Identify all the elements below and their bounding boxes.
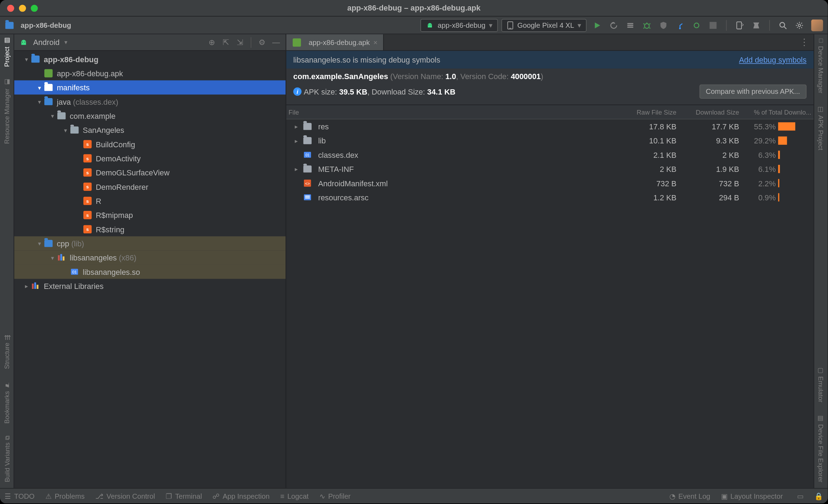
tree-suffix: (x86): [117, 253, 136, 262]
tree-node[interactable]: sDemoRenderer: [14, 180, 286, 194]
project-tree[interactable]: ▾app-x86-debugapp-x86-debug.apk▾manifest…: [14, 51, 286, 488]
profiler-icon: ∿: [319, 492, 325, 500]
tool-bookmarks[interactable]: Bookmarks⚑: [3, 381, 11, 424]
run-config-selector[interactable]: app-x86-debug ▾: [421, 19, 498, 32]
tool-logcat[interactable]: ≡Logcat: [280, 492, 309, 500]
tree-node[interactable]: ▾com.example: [14, 109, 286, 123]
device-label: Google Pixel 4 XL: [517, 21, 574, 30]
col-file[interactable]: File: [286, 108, 589, 115]
run-button[interactable]: [592, 20, 602, 30]
expand-chevron[interactable]: ▸: [292, 123, 300, 129]
collapse-icon[interactable]: ⇲: [235, 38, 245, 47]
expand-chevron[interactable]: ▸: [292, 166, 300, 172]
apk-meta: com.example.SanAngeles ( Version Name: 1…: [286, 69, 814, 105]
status-corner[interactable]: ▭: [797, 492, 803, 500]
tree-icon: [44, 83, 53, 92]
attach-debugger-button[interactable]: [692, 20, 701, 30]
tree-node[interactable]: sDemoActivity: [14, 151, 286, 165]
expand-chevron[interactable]: ▾: [23, 56, 31, 62]
table-row[interactable]: 01classes.dex2.1 KB2 KB6.3%: [286, 148, 814, 162]
table-row[interactable]: <>AndroidManifest.xml732 B732 B2.2%: [286, 176, 814, 190]
device-selector[interactable]: Google Pixel 4 XL ▾: [501, 19, 586, 32]
add-debug-symbols-link[interactable]: Add debug symbols: [739, 55, 807, 64]
search-button[interactable]: [778, 20, 788, 30]
table-row[interactable]: resources.arsc1.2 KB294 B0.9%: [286, 190, 814, 204]
apply-changes-button[interactable]: [609, 20, 618, 30]
minimize-window-button[interactable]: [19, 5, 26, 12]
tree-node[interactable]: sBuildConfig: [14, 137, 286, 151]
expand-chevron[interactable]: ▸: [292, 137, 300, 144]
tool-vcs[interactable]: ⎇Version Control: [95, 492, 155, 500]
expand-chevron[interactable]: ▾: [36, 84, 44, 91]
settings-button[interactable]: [795, 20, 804, 30]
tool-device-file-explorer[interactable]: ▤Device File Explorer: [817, 414, 825, 482]
tool-problems[interactable]: ⚠Problems: [45, 492, 85, 500]
view-selector-label[interactable]: Android: [33, 38, 59, 47]
tab-more-button[interactable]: ⋮: [795, 34, 814, 50]
expand-chevron[interactable]: ▾: [36, 240, 44, 246]
tree-node[interactable]: ▾java (classes.dex): [14, 95, 286, 109]
minimize-icon[interactable]: —: [272, 38, 281, 47]
tool-emulator[interactable]: ▢Emulator: [817, 366, 825, 402]
tree-node[interactable]: sR: [14, 194, 286, 208]
tree-node[interactable]: sR$mipmap: [14, 208, 286, 222]
expand-icon[interactable]: ⇱: [221, 38, 231, 47]
close-tab-button[interactable]: ×: [373, 38, 377, 46]
expand-chevron[interactable]: ▾: [49, 254, 57, 261]
avd-button[interactable]: [752, 20, 761, 30]
tool-apk-project[interactable]: ◫APK Project: [817, 105, 825, 150]
tool-app-inspection[interactable]: ☍App Inspection: [212, 492, 269, 500]
tool-layout-inspector[interactable]: ▣Layout Inspector: [721, 492, 783, 500]
tool-build-variants[interactable]: Build Variants⧉: [3, 435, 10, 482]
tree-suffix: (lib): [69, 239, 84, 248]
maximize-window-button[interactable]: [31, 5, 38, 12]
col-dl[interactable]: Download Size: [683, 108, 743, 115]
col-raw[interactable]: Raw File Size: [589, 108, 683, 115]
expand-chevron[interactable]: ▾: [36, 98, 44, 105]
tree-node[interactable]: ▾libsanangeles (x86): [14, 251, 286, 265]
warning-icon: ⚠: [45, 492, 52, 500]
raw-size: 1.2 KB: [589, 193, 683, 202]
lock-icon[interactable]: 🔒: [814, 492, 823, 500]
target-icon[interactable]: ⊕: [207, 38, 216, 47]
sync-button[interactable]: [735, 20, 744, 30]
tree-node[interactable]: ▾manifests: [14, 80, 286, 95]
compare-apk-button[interactable]: Compare with previous APK...: [699, 84, 807, 98]
tree-icon: [57, 253, 66, 262]
layout-icon: ▣: [721, 492, 727, 500]
tool-project[interactable]: Project▤: [3, 37, 11, 67]
tool-todo[interactable]: ☰TODO: [5, 492, 34, 500]
tree-node[interactable]: sR$string: [14, 222, 286, 236]
tree-node[interactable]: sDemoGLSurfaceView: [14, 166, 286, 180]
tree-node[interactable]: app-x86-debug.apk: [14, 66, 286, 80]
expand-chevron[interactable]: ▾: [62, 127, 70, 133]
profiler-button[interactable]: [675, 20, 685, 30]
table-row[interactable]: ▸res17.8 KB17.7 KB55.3%: [286, 119, 814, 134]
tool-device-manager[interactable]: □Device Manager: [817, 37, 824, 93]
tree-node[interactable]: ▸External Libraries: [14, 279, 286, 293]
tool-resource-manager[interactable]: Resource Manager◧: [3, 79, 11, 144]
table-row[interactable]: ▸META-INF2 KB1.9 KB6.1%: [286, 162, 814, 176]
debug-button[interactable]: [642, 20, 652, 30]
expand-chevron[interactable]: ▸: [23, 283, 31, 289]
stop-button[interactable]: [708, 20, 718, 30]
expand-chevron[interactable]: ▾: [49, 112, 57, 119]
coverage-button[interactable]: [659, 20, 668, 30]
gear-icon[interactable]: ⚙: [257, 38, 267, 47]
tree-node[interactable]: ▾cpp (lib): [14, 236, 286, 250]
table-row[interactable]: ▸lib10.1 KB9.3 KB29.2%: [286, 134, 814, 148]
tree-node[interactable]: 01libsanangeles.so: [14, 265, 286, 279]
tool-event-log[interactable]: ◔Event Log: [669, 492, 710, 500]
editor-tab[interactable]: app-x86-debug.apk ×: [286, 34, 384, 50]
breadcrumb[interactable]: app-x86-debug: [5, 20, 71, 30]
tool-structure[interactable]: Structure⇶: [3, 335, 11, 369]
close-window-button[interactable]: [7, 5, 14, 12]
activity-restart-button[interactable]: [625, 20, 635, 30]
tool-terminal[interactable]: ❐Terminal: [166, 492, 202, 500]
tree-node[interactable]: ▾app-x86-debug: [14, 52, 286, 66]
tool-profiler[interactable]: ∿Profiler: [319, 492, 351, 500]
user-avatar[interactable]: [811, 19, 823, 31]
col-pct[interactable]: % of Total Downlo...: [743, 108, 814, 115]
tree-node[interactable]: ▾SanAngeles: [14, 123, 286, 137]
device-icon: □: [817, 37, 824, 44]
